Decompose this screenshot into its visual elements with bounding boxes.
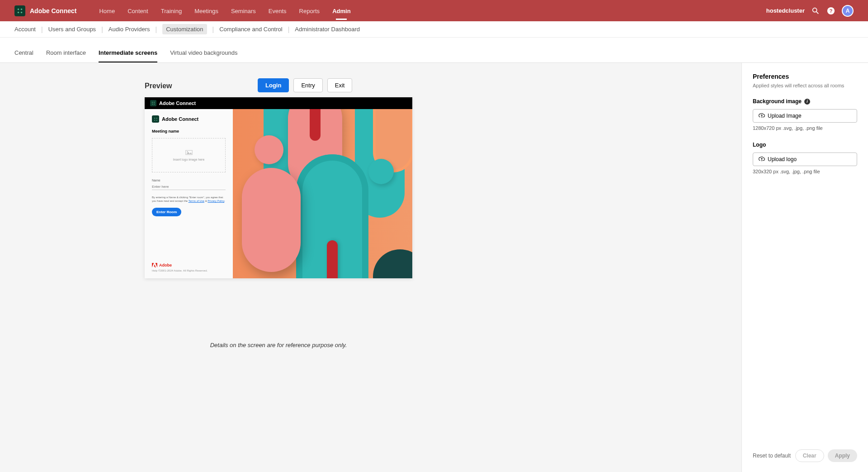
preview-privacy-link[interactable]: Privacy Policy: [208, 200, 224, 202]
logo-label: Logo: [753, 142, 766, 148]
svg-point-12: [154, 118, 155, 119]
upload-image-button[interactable]: Upload Image: [753, 109, 857, 123]
preview-login-app-name: Adobe Connect: [162, 116, 198, 122]
user-avatar[interactable]: A: [842, 5, 854, 17]
tab-central[interactable]: Central: [14, 49, 33, 62]
svg-point-10: [152, 104, 153, 105]
subnav-compliance[interactable]: Compliance and Control: [219, 24, 282, 34]
preview-header-label: Adobe Connect: [159, 100, 196, 106]
upload-icon: [759, 157, 765, 162]
upload-image-label: Upload Image: [768, 113, 802, 119]
reset-to-default-link[interactable]: Reset to default: [753, 453, 791, 459]
image-icon: [185, 150, 193, 155]
top-nav: Home Content Training Meetings Seminars …: [99, 1, 350, 20]
preview-adobe-text: Adobe: [159, 263, 172, 267]
upload-logo-button[interactable]: Upload logo: [753, 153, 857, 166]
nav-seminars[interactable]: Seminars: [231, 1, 256, 20]
subnav-dashboard[interactable]: Administrator Dashboard: [295, 24, 360, 34]
preview-name-label: Name: [152, 179, 226, 182]
preview-window-header: Adobe Connect: [145, 97, 412, 109]
separator: |: [101, 26, 103, 33]
logo-hint: 320x320 px .svg, .jpg, .png file: [753, 169, 857, 174]
preview-panel: Adobe Connect Adobe Connect Meeting name…: [145, 97, 412, 278]
preview-terms-link[interactable]: Terms of Use: [189, 200, 204, 202]
nav-admin[interactable]: Admin: [332, 1, 350, 20]
preferences-subtitle: Applied styles will reflect across all r…: [753, 83, 857, 88]
svg-point-2: [18, 11, 19, 13]
clear-button[interactable]: Clear: [795, 449, 824, 462]
subnav-account[interactable]: Account: [14, 24, 36, 34]
app-logo-icon: [14, 5, 25, 16]
help-icon[interactable]: ?: [826, 6, 835, 15]
svg-point-3: [21, 11, 23, 13]
preview-copyright: Help ©2001-2024 Adobe. All Rights Reserv…: [152, 269, 226, 272]
apply-button[interactable]: Apply: [828, 449, 857, 462]
customization-tabs: Central Room interface Intermediate scre…: [0, 38, 868, 63]
preview-logo-placeholder-text: Insert logo image here: [173, 158, 205, 161]
svg-point-15: [156, 119, 157, 120]
subnav-customization[interactable]: Customization: [162, 24, 207, 34]
topbar-right: hostedcluster ? A: [766, 5, 854, 17]
preview-body: Adobe Connect Meeting name Insert logo i…: [145, 109, 412, 278]
preview-background-image: [233, 109, 412, 278]
tab-intermediate-screens[interactable]: Intermediate screens: [99, 49, 157, 62]
preview-app-icon: [150, 100, 156, 106]
content-area: Preview Login Entry Exit Adobe Connect A…: [0, 63, 741, 472]
nav-training[interactable]: Training: [161, 1, 182, 20]
svg-line-5: [816, 11, 819, 14]
svg-point-8: [152, 102, 153, 103]
nav-events[interactable]: Events: [269, 1, 287, 20]
nav-home[interactable]: Home: [99, 1, 115, 20]
preview-caption: Details on the screen are for reference …: [145, 342, 412, 348]
app-name: Adobe Connect: [30, 7, 76, 14]
separator: |: [156, 26, 157, 33]
svg-point-4: [813, 8, 817, 12]
preview-title: Preview: [145, 82, 172, 90]
preview-login-panel: Adobe Connect Meeting name Insert logo i…: [145, 109, 233, 278]
sidebar-footer: Reset to default Clear Apply: [753, 442, 857, 462]
preview-tabs: Login Entry Exit: [258, 78, 352, 92]
separator: |: [41, 26, 43, 33]
svg-point-14: [154, 119, 155, 120]
svg-point-13: [156, 118, 157, 119]
preview-tab-entry[interactable]: Entry: [293, 78, 322, 92]
main: Preview Login Entry Exit Adobe Connect A…: [0, 63, 868, 472]
svg-point-0: [18, 8, 19, 10]
preview-login-logo-icon: [152, 115, 159, 123]
adobe-logo-icon: [152, 263, 157, 267]
preview-tab-exit[interactable]: Exit: [327, 78, 353, 92]
subnav-users[interactable]: Users and Groups: [48, 24, 96, 34]
preview-logo-placeholder: Insert logo image here: [152, 138, 226, 172]
preview-login-brand: Adobe Connect: [152, 115, 226, 123]
preview-enter-room-button[interactable]: Enter Room: [152, 208, 181, 216]
search-icon[interactable]: [811, 6, 820, 15]
preferences-title: Preferences: [753, 73, 857, 80]
logo-section: Logo: [753, 142, 857, 148]
preferences-sidebar: Preferences Applied styles will reflect …: [741, 63, 868, 472]
topbar: Adobe Connect Home Content Training Meet…: [0, 0, 868, 21]
svg-point-11: [154, 104, 155, 105]
preview-adobe-brand: Adobe: [152, 263, 226, 267]
svg-rect-16: [185, 150, 192, 155]
tab-virtual-backgrounds[interactable]: Virtual video backgrounds: [170, 49, 237, 62]
upload-icon: [759, 113, 765, 119]
tab-room-interface[interactable]: Room interface: [46, 49, 86, 62]
separator: |: [288, 26, 290, 33]
nav-reports[interactable]: Reports: [299, 1, 320, 20]
svg-point-9: [154, 102, 155, 103]
info-icon[interactable]: i: [804, 99, 810, 105]
subnav: Account | Users and Groups | Audio Provi…: [0, 21, 868, 38]
preview-legal-text: By entering a Name & clicking "Enter roo…: [152, 195, 226, 203]
background-image-section: Background image i: [753, 98, 857, 105]
nav-content[interactable]: Content: [127, 1, 148, 20]
preview-tab-login[interactable]: Login: [258, 78, 289, 92]
svg-text:?: ?: [830, 8, 833, 13]
preview-meeting-name: Meeting name: [152, 129, 226, 133]
background-image-label: Background image: [753, 98, 802, 105]
upload-logo-label: Upload logo: [768, 156, 797, 162]
background-image-hint: 1280x720 px .svg, .jpg, .png file: [753, 125, 857, 131]
preview-name-input[interactable]: [152, 184, 226, 190]
nav-meetings[interactable]: Meetings: [194, 1, 218, 20]
svg-point-1: [21, 8, 23, 10]
subnav-audio[interactable]: Audio Providers: [108, 24, 150, 34]
